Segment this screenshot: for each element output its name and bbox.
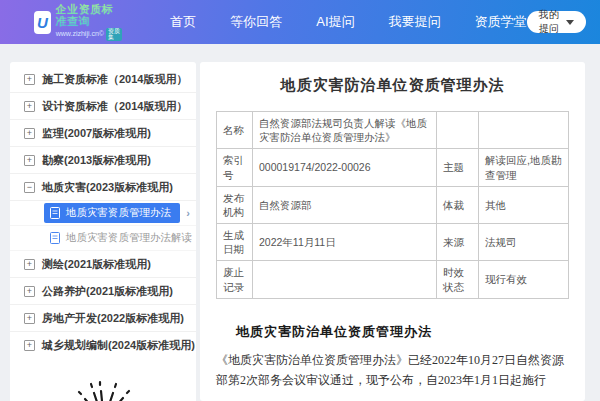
chevron-right-icon: ›	[186, 207, 190, 219]
logo-icon: U	[34, 11, 51, 34]
document-meta-table: 名称 自然资源部法规司负责人解读《地质灾害防治单位资质管理办法》 索引号 000…	[216, 111, 569, 299]
plus-icon[interactable]	[24, 340, 35, 351]
table-row: 发布机构 自然资源部 体裁 其他	[217, 186, 569, 223]
meta-value: 2022年11月11日	[253, 224, 437, 261]
sidebar-subitem-row: 地质灾害资质管理办法 ›	[10, 201, 196, 226]
my-questions-label: 我的提问	[539, 8, 561, 36]
logo-subtitle: www.zizhiji.cn© 资质集	[56, 28, 123, 41]
meta-value: 自然资源部法规司负责人解读《地质灾害防治单位资质管理办法》	[253, 112, 437, 149]
meta-label: 索引号	[217, 149, 253, 186]
sidebar-item-realestate[interactable]: 房地产开发(2022版标准现用)	[10, 305, 196, 332]
meta-label	[437, 112, 479, 149]
table-row: 索引号 000019174/2022-00026 主题 解读回应,地质勘查管理	[217, 149, 569, 186]
meta-value: 自然资源部	[253, 186, 437, 223]
sidebar-item-highway[interactable]: 公路养护(2021版标准现用)	[10, 278, 196, 305]
sidebar-item-label: 测绘(2021版标准现用)	[42, 257, 151, 272]
sidebar-item-label: 监理(2007版标准现用)	[42, 126, 151, 141]
plus-icon[interactable]	[24, 74, 35, 85]
nav-item-ai-ask[interactable]: AI提问	[316, 13, 354, 31]
meta-value	[479, 112, 569, 149]
starburst-doodle-icon	[42, 369, 166, 401]
sidebar-item-label: 房地产开发(2022版标准现用)	[42, 311, 184, 326]
sidebar-promo-panel	[10, 355, 196, 401]
sidebar-item-label: 地质灾害(2023版标准现用)	[42, 180, 173, 195]
article-body: 地质灾害防治单位资质管理办法 《地质灾害防治单位资质管理办法》已经2022年10…	[216, 323, 569, 401]
meta-label: 来源	[437, 224, 479, 261]
sidebar-item-label: 城乡规划编制(2024版标准现用)	[42, 338, 195, 353]
plus-icon[interactable]	[24, 101, 35, 112]
nav-item-ask[interactable]: 我要提问	[389, 13, 441, 31]
sidebar-item-label: 施工资质标准（2014版现用）	[42, 72, 187, 87]
sidebar-subitem-geohazard-measures[interactable]: 地质灾害资质管理办法	[44, 203, 180, 223]
minus-icon[interactable]	[24, 182, 35, 193]
logo-title: 企业资质标准查询	[56, 3, 123, 27]
sidebar-item-mapping[interactable]: 测绘(2021版标准现用)	[10, 251, 196, 278]
document-icon	[50, 207, 60, 219]
my-questions-dropdown[interactable]: 我的提问	[527, 11, 586, 33]
meta-value	[253, 261, 437, 298]
meta-label: 发布机构	[217, 186, 253, 223]
table-row: 废止记录 时效状态 现行有效	[217, 261, 569, 298]
plus-icon[interactable]	[24, 155, 35, 166]
nav-item-school[interactable]: 资质学堂	[475, 13, 527, 31]
nav-item-answer[interactable]: 等你回答	[230, 13, 282, 31]
meta-value: 解读回应,地质勘查管理	[479, 149, 569, 186]
sidebar-item-label: 公路养护(2021版标准现用)	[42, 284, 173, 299]
page-title: 地质灾害防治单位资质管理办法	[216, 76, 569, 95]
plus-icon[interactable]	[24, 286, 35, 297]
sidebar-item-survey[interactable]: 勘察(2013版标准现用)	[10, 147, 196, 174]
sidebar-item-geohazard[interactable]: 地质灾害(2023版标准现用)	[10, 174, 196, 201]
chevron-down-icon	[566, 20, 574, 25]
document-panel: 地质灾害防治单位资质管理办法 名称 自然资源部法规司负责人解读《地质灾害防治单位…	[200, 62, 585, 401]
category-sidebar: 施工资质标准（2014版现用） 设计资质标准（2014版现用） 监理(2007版…	[10, 62, 196, 363]
sidebar-subitem-label: 地质灾害资质管理办法	[66, 206, 171, 220]
article-heading: 地质灾害防治单位资质管理办法	[216, 323, 569, 341]
plus-icon[interactable]	[24, 313, 35, 324]
sidebar-subitem-geohazard-interpretation[interactable]: 地质灾害资质管理办法解读	[44, 228, 198, 248]
meta-value: 现行有效	[479, 261, 569, 298]
sidebar-subitem-label: 地质灾害资质管理办法解读	[66, 231, 192, 245]
logo-url: www.zizhiji.cn©	[56, 30, 104, 38]
top-navbar: U 企业资质标准查询 www.zizhiji.cn© 资质集 首页 等你回答 A…	[0, 0, 600, 44]
sidebar-subitem-row: 地质灾害资质管理办法解读 ›	[10, 226, 196, 251]
meta-value: 法规司	[479, 224, 569, 261]
meta-value: 000019174/2022-00026	[253, 149, 437, 186]
meta-label: 时效状态	[437, 261, 479, 298]
table-row: 生成日期 2022年11月11日 来源 法规司	[217, 224, 569, 261]
meta-label: 废止记录	[217, 261, 253, 298]
plus-icon[interactable]	[24, 128, 35, 139]
table-row: 名称 自然资源部法规司负责人解读《地质灾害防治单位资质管理办法》	[217, 112, 569, 149]
sidebar-item-supervision[interactable]: 监理(2007版标准现用)	[10, 120, 196, 147]
nav-item-home[interactable]: 首页	[170, 13, 196, 31]
meta-label: 生成日期	[217, 224, 253, 261]
sidebar-item-label: 勘察(2013版标准现用)	[42, 153, 151, 168]
meta-label: 名称	[217, 112, 253, 149]
sidebar-item-design[interactable]: 设计资质标准（2014版现用）	[10, 93, 196, 120]
plus-icon[interactable]	[24, 259, 35, 270]
meta-value: 其他	[479, 186, 569, 223]
main-nav: 首页 等你回答 AI提问 我要提问 资质学堂	[170, 13, 526, 31]
sidebar-item-construction[interactable]: 施工资质标准（2014版现用）	[10, 66, 196, 93]
meta-label: 体裁	[437, 186, 479, 223]
article-paragraph: 《地质灾害防治单位资质管理办法》已经2022年10月27日自然资源部第2次部务会…	[216, 351, 569, 391]
document-icon	[50, 232, 60, 244]
site-logo[interactable]: U 企业资质标准查询 www.zizhiji.cn© 资质集	[34, 3, 122, 40]
sidebar-item-label: 设计资质标准（2014版现用）	[42, 99, 187, 114]
logo-tag: 资质集	[106, 28, 122, 41]
meta-label: 主题	[437, 149, 479, 186]
